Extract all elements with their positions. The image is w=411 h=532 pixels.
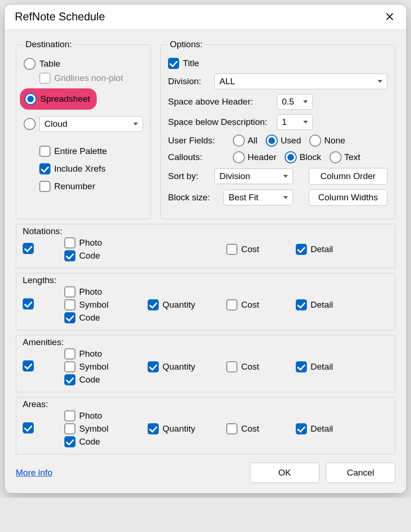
lengths-quantity[interactable]: Quantity [148,299,226,310]
cost-label: Cost [241,424,259,434]
checkbox-icon [64,423,75,434]
amenities-enable-checkbox[interactable] [23,360,34,371]
detail-label: Detail [311,244,333,254]
destination-cloud-row[interactable]: Cloud [24,116,143,132]
checkbox-icon [64,361,75,372]
amenities-legend: Amenities: [23,337,388,347]
areas-quantity[interactable]: Quantity [148,423,226,434]
checkbox-icon [64,348,75,359]
sortby-select[interactable]: Division [214,168,293,184]
notations-detail[interactable]: Detail [296,244,361,255]
lengths-group: Lengths: Photo Symbol Code Quantity Cost… [16,273,395,330]
blocksize-value: Best Fit [229,192,258,202]
checkbox-icon [168,58,179,69]
checkbox-icon [64,312,75,323]
radio-icon [330,151,342,163]
include-xrefs-row[interactable]: Include Xrefs [39,163,143,174]
lengths-detail[interactable]: Detail [296,299,361,310]
checkbox-icon [148,423,159,434]
gridlines-label: Gridlines non-plot [54,73,123,83]
code-label: Code [79,251,100,261]
lengths-cost[interactable]: Cost [226,299,296,310]
areas-symbol[interactable]: Symbol [64,423,148,434]
areas-photo[interactable]: Photo [64,410,148,421]
notations-photo[interactable]: Photo [64,237,148,248]
amenities-code[interactable]: Code [64,374,148,385]
amenities-photo[interactable]: Photo [64,348,148,359]
notations-cost[interactable]: Cost [226,244,296,255]
blocksize-select[interactable]: Best Fit [224,190,293,205]
amenities-quantity[interactable]: Quantity [148,361,226,372]
areas-enable-checkbox[interactable] [23,422,34,433]
amenities-detail[interactable]: Detail [296,361,361,372]
column-order-button[interactable]: Column Order [309,168,387,185]
uf-none[interactable]: None [309,135,345,147]
sortby-value: Division [219,171,250,181]
co-header[interactable]: Header [233,151,276,163]
destination-spreadsheet-highlight[interactable]: Spreadsheet [20,88,97,110]
radio-icon [233,135,245,147]
co-text[interactable]: Text [330,151,361,163]
uf-all[interactable]: All [233,135,257,147]
notations-enable-checkbox[interactable] [23,243,34,254]
ok-button[interactable]: OK [250,463,319,483]
cancel-button[interactable]: Cancel [326,463,395,483]
checkbox-icon [64,299,75,310]
lengths-photo[interactable]: Photo [64,286,148,297]
areas-cost[interactable]: Cost [226,423,296,434]
cost-label: Cost [241,362,259,372]
user-fields-label: User Fields: [168,136,228,146]
lengths-code[interactable]: Code [64,312,148,323]
lengths-enable-checkbox[interactable] [23,298,34,309]
destination-table-row[interactable]: Table [24,58,143,70]
co-header-label: Header [248,152,276,162]
amenities-symbol[interactable]: Symbol [64,361,148,372]
destination-legend: Destination: [24,39,74,49]
space-below-label: Space below Description: [168,117,272,127]
division-value: ALL [219,76,235,86]
checkbox-icon [296,244,307,255]
title-row[interactable]: Title [168,58,387,69]
areas-detail[interactable]: Detail [296,423,361,434]
quantity-label: Quantity [162,300,195,310]
radio-icon [266,135,278,147]
callouts-label: Callouts: [168,152,228,162]
include-xrefs-label: Include Xrefs [54,164,106,174]
entire-palette-row[interactable]: Entire Palette [39,146,143,157]
radio-icon [24,58,36,70]
checkbox-icon [39,146,50,157]
radio-icon [24,118,36,130]
close-icon [386,12,394,21]
checkbox-icon [148,299,159,310]
gridlines-row[interactable]: Gridlines non-plot [39,73,143,84]
renumber-row[interactable]: Renumber [39,181,143,192]
code-label: Code [79,313,100,323]
code-label: Code [79,375,100,385]
close-button[interactable] [383,10,396,23]
space-above-value: 0.5 [282,97,294,106]
checkbox-icon [226,299,237,310]
titlebar: RefNote Schedule [5,5,406,30]
code-label: Code [79,437,100,447]
areas-legend: Areas: [23,399,388,409]
notations-code[interactable]: Code [64,250,148,261]
co-block[interactable]: Block [285,151,321,163]
checkbox-icon [226,361,237,372]
checkbox-icon [64,374,75,385]
cloud-select[interactable]: Cloud [39,116,143,132]
uf-used[interactable]: Used [266,135,301,147]
space-below-select[interactable]: 1 [277,114,313,130]
lengths-symbol[interactable]: Symbol [64,299,148,310]
checkbox-icon [39,73,50,84]
division-select[interactable]: ALL [214,74,387,89]
renumber-label: Renumber [54,181,95,192]
column-widths-button[interactable]: Column Widths [309,189,387,206]
amenities-cost[interactable]: Cost [226,361,296,372]
space-above-select[interactable]: 0.5 [277,94,313,110]
more-info-link[interactable]: More info [16,468,52,478]
checkbox-icon [296,361,307,372]
checkbox-icon [64,436,75,447]
cost-label: Cost [241,244,259,254]
checkbox-icon [226,423,237,434]
areas-code[interactable]: Code [64,436,148,447]
